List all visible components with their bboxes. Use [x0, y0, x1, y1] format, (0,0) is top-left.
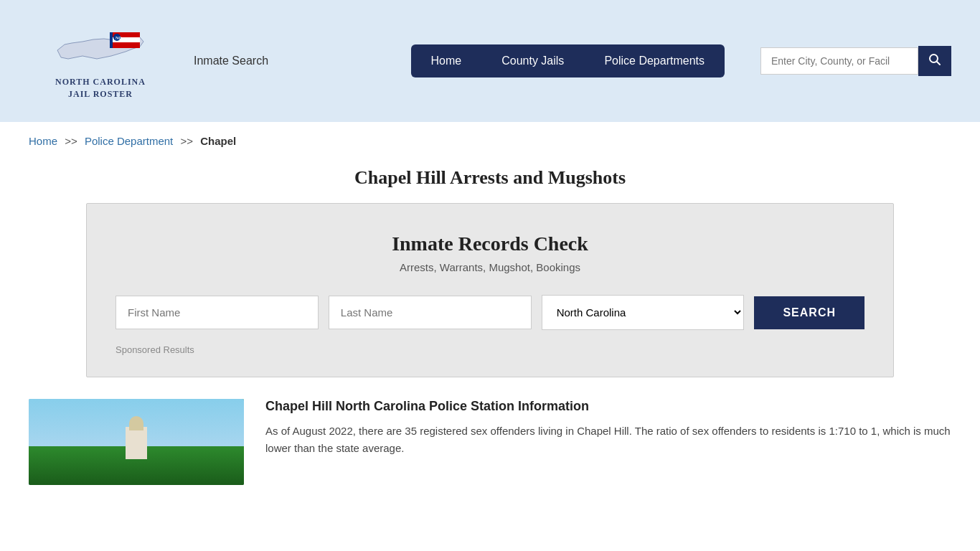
header-search-area: [760, 46, 951, 76]
last-name-input[interactable]: [329, 296, 532, 329]
content-body: As of August 2022, there are 35 register…: [265, 423, 951, 457]
svg-text:NC: NC: [116, 36, 122, 40]
sponsored-results-label: Sponsored Results: [116, 344, 864, 355]
police-departments-nav-btn[interactable]: Police Departments: [584, 44, 725, 77]
main-nav: Home County Jails Police Departments: [411, 44, 725, 77]
breadcrumb-home[interactable]: Home: [29, 135, 57, 147]
home-nav-btn[interactable]: Home: [411, 44, 482, 77]
records-form: AlabamaAlaskaArizonaArkansasCaliforniaCo…: [116, 295, 864, 330]
logo-area: NC NORTH CAROLINA JAIL ROSTER: [29, 22, 172, 100]
content-text: Chapel Hill North Carolina Police Statio…: [265, 399, 951, 485]
page-title: Chapel Hill Arrests and Mugshots: [29, 167, 951, 189]
nc-map-logo: NC: [54, 22, 147, 72]
state-select[interactable]: AlabamaAlaskaArizonaArkansasCaliforniaCo…: [542, 295, 745, 330]
inmate-search-link[interactable]: Inmate Search: [194, 55, 268, 67]
records-check-title: Inmate Records Check: [116, 232, 864, 255]
breadcrumb-sep1: >>: [65, 135, 77, 147]
records-check-subtitle: Arrests, Warrants, Mugshot, Bookings: [116, 261, 864, 273]
breadcrumb-police-dept[interactable]: Police Department: [85, 135, 173, 147]
chapel-hill-image: [29, 399, 244, 485]
image-building: [126, 427, 147, 459]
content-heading: Chapel Hill North Carolina Police Statio…: [265, 399, 951, 414]
breadcrumb-current: Chapel: [200, 135, 236, 147]
image-dome: [129, 416, 143, 430]
svg-line-8: [937, 62, 941, 65]
site-header: NC NORTH CAROLINA JAIL ROSTER Inmate Sea…: [0, 0, 980, 122]
header-search-input[interactable]: [760, 47, 918, 75]
breadcrumb: Home >> Police Department >> Chapel: [0, 122, 980, 160]
search-icon: [928, 53, 941, 66]
records-search-button[interactable]: SEARCH: [754, 296, 864, 329]
header-search-button[interactable]: [918, 46, 951, 76]
records-check-box: Inmate Records Check Arrests, Warrants, …: [86, 203, 894, 377]
content-section: Chapel Hill North Carolina Police Statio…: [29, 399, 951, 499]
first-name-input[interactable]: [116, 296, 319, 329]
breadcrumb-sep2: >>: [180, 135, 193, 147]
county-jails-nav-btn[interactable]: County Jails: [481, 44, 584, 77]
site-title: NORTH CAROLINA JAIL ROSTER: [55, 76, 146, 100]
svg-rect-3: [111, 42, 140, 48]
